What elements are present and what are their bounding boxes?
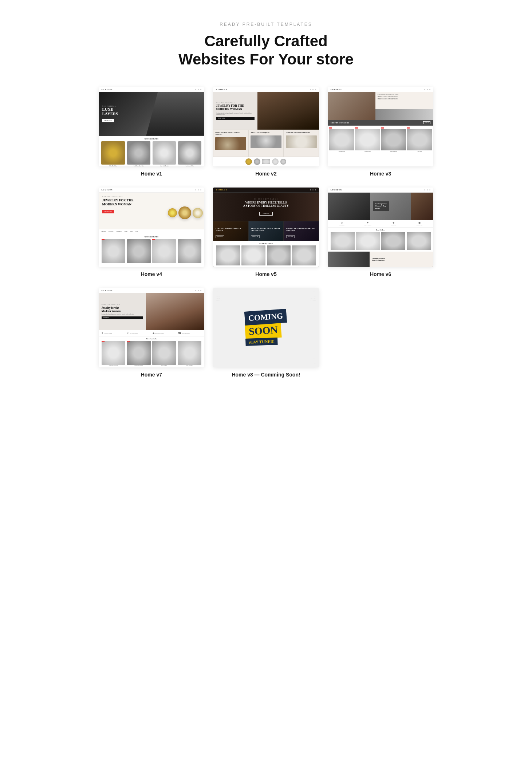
- v2-sub-image: [215, 137, 246, 150]
- product-image: [267, 245, 291, 265]
- product-image: [329, 129, 354, 150]
- nav-item-necklaces: Necklaces: [116, 231, 121, 232]
- list-item: SALE: [102, 239, 126, 264]
- feature-item: ◈ Jewelry Expert: [382, 221, 405, 226]
- v3-category-title: SHOP BY CATEGORY: [331, 122, 349, 124]
- list-item: [127, 239, 151, 264]
- product-name: Gold Chain Band Ring: [134, 165, 144, 166]
- v2-sub-image: [286, 135, 317, 148]
- template-preview-v2: LUMILUX WARDROP OPULENCE JEWELRY FOR THE…: [213, 87, 319, 166]
- template-label-v4: Home v4: [141, 271, 162, 277]
- template-card-v4[interactable]: LUMILUX WARDROP OPULENCE JEWELRY FOR THE…: [99, 188, 205, 277]
- template-card-v3[interactable]: LUMILUX CAPTIVATING JEWELRY TAILORED EMB…: [328, 87, 434, 177]
- v1-nav: LUMILUX: [99, 87, 205, 92]
- v3-category-btn: View All: [423, 121, 431, 124]
- product-image: [152, 341, 176, 365]
- collection-text: COLLECTION THAT SPEAKS TO THE SOUL SHOP …: [286, 228, 319, 238]
- list-item: Silver Band Ring: [101, 141, 125, 166]
- list-item: [356, 232, 380, 251]
- v4-hero-text: WARDROP OPULENCE JEWELRY FOR THEMODERN W…: [102, 196, 201, 214]
- product-image: [178, 341, 202, 365]
- v3-logo: LUMILUX: [331, 88, 342, 90]
- product-image: [331, 232, 355, 251]
- dots-decoration-tl: ·· · ·· · ··· ·· ·· · ··· · · ·· ··· ·· …: [216, 291, 221, 302]
- v7-features-row: ✈ Worldwide Shipping ↩ Easy 30 Days Retu…: [99, 330, 205, 336]
- v5-hero-content: BE INCOMPARABLE WHERE EVERY PIECE TELLSA…: [243, 198, 289, 216]
- feature-text: Worldwide Shipping: [105, 333, 112, 334]
- template-card-v5[interactable]: LUMILUX BE INCOMPARABLE WHERE EVERY PIEC…: [213, 188, 319, 277]
- v4-logo: LUMILUX: [102, 189, 113, 191]
- v4-hero: WARDROP OPULENCE JEWELRY FOR THEMODERN W…: [99, 193, 205, 229]
- collection-title: COLLECTION OF ROMANTIC JEWELS: [216, 228, 248, 232]
- feature-item: ☎ Easy Chat & Support: [178, 332, 201, 335]
- guarantee-icon: ◈: [153, 332, 154, 335]
- v5-hero-btn: SHOP NOW: [259, 212, 272, 216]
- list-item: [178, 239, 202, 264]
- feature-item: ✦ Credits & Financing: [356, 221, 379, 226]
- v1-products-row: Silver Band Ring Gold Chain Band Ring Sp…: [102, 141, 202, 166]
- list-item: Spark Craft Earring: [153, 141, 176, 166]
- template-label-v8: Home v8 — Comming Soon!: [232, 372, 300, 378]
- product-image: [216, 245, 240, 265]
- template-label-v7: Home v7: [141, 372, 162, 378]
- coming-text: COMING: [244, 309, 287, 326]
- sale-badge: SALE: [102, 239, 105, 240]
- shipping-icon: ✈: [102, 332, 104, 335]
- nav-item-rings: Rings: [125, 231, 127, 232]
- template-card-v8[interactable]: ·· · ·· · ··· ·· ·· · ··· · · ·· ··· ·· …: [213, 288, 319, 378]
- protection-icon: ◉: [418, 221, 421, 224]
- v6-bestsellers-title: Best Sellers: [331, 229, 431, 231]
- feature-item: ◇ Vault Rewards: [330, 221, 354, 226]
- v6-promo-image: [328, 252, 370, 267]
- feature-text: Easy 30 Days Returns: [130, 333, 138, 334]
- v2-product-thumb: [245, 158, 252, 165]
- product-image: [127, 341, 151, 365]
- v5-collection-grid: COLLECTION OF ROMANTIC JEWELS SHOP NOW S…: [213, 221, 319, 241]
- product-image: [292, 245, 316, 265]
- v3-products-grid: Sterling Silver Gold Full Ball Lux Medal…: [328, 126, 434, 166]
- v1-nav-dot3: [200, 89, 201, 90]
- template-card-v1[interactable]: LUMILUX NEW ARRIVAL LUXELAYERS SHOP NOW: [99, 87, 205, 177]
- v2-sub-sections: UNVEILING THE ALLURE OF FINE JEWELRY JEW…: [213, 130, 319, 157]
- v4-hero-title: JEWELRY FOR THEMODERN WOMAN: [102, 198, 201, 206]
- v5-hero: BE INCOMPARABLE WHERE EVERY PIECE TELLSA…: [213, 193, 319, 221]
- v2-nav: LUMILUX: [213, 87, 319, 92]
- list-item: Gold Chain Band Ring: [127, 141, 150, 166]
- feature-text: Jewelry Expert: [391, 225, 396, 226]
- feature-item: ◈ Money-Back Guarantee: [153, 332, 176, 335]
- list-item: [267, 245, 291, 265]
- header-title: Carefully CraftedWebsites For Your store: [99, 32, 434, 69]
- template-label-v6: Home v6: [370, 271, 391, 277]
- returns-icon: ↩: [127, 332, 129, 335]
- v2-product-thumb: [280, 159, 286, 165]
- v8-coming-soon: ·· · ·· · ··· ·· ·· · ··· · · ·· ··· ·· …: [213, 288, 319, 367]
- template-card-v7[interactable]: LUMILUX WARDROP OPULENCE Jewelry for the…: [99, 288, 205, 378]
- template-card-v2[interactable]: LUMILUX WARDROP OPULENCE JEWELRY FOR THE…: [213, 87, 319, 177]
- v7-products-row: SALE Open-Ring Craft Earring SALE: [102, 341, 202, 366]
- v1-hero-title: LUXELAYERS: [102, 107, 118, 116]
- product-name: Lux Medallion: [390, 151, 397, 152]
- v2-hero: WARDROP OPULENCE JEWELRY FOR THE MODERN …: [213, 92, 319, 130]
- nav-item-bracelets: Bracelets: [109, 231, 113, 232]
- v4-products-row-1: SALE SALE: [102, 239, 202, 264]
- product-image: [407, 232, 431, 251]
- product-name: Mod-Coat Ring: [161, 365, 167, 366]
- dots-decoration-br: ·· · ·· · ··· ·· ·· · ··· · · ·· ··: [311, 358, 316, 364]
- list-item: [292, 245, 316, 265]
- sale-badge: [355, 127, 358, 129]
- product-image: [152, 239, 176, 263]
- v7-new-arrivals-title: New Arrivals: [102, 338, 202, 340]
- v2-sub-title: JEWELS FIT FOR A QUEEN: [251, 132, 281, 134]
- v1-products-section: NEW ARRIVALS Silver Band Ring Gold Chain…: [99, 136, 205, 166]
- feature-item: ✈ Worldwide Shipping: [102, 332, 125, 335]
- v7-products-section: New Arrivals SALE Open-Ring Craft Earrin…: [99, 336, 205, 367]
- list-item: Sterling Silver: [329, 127, 354, 165]
- v7-nav: LUMILUX: [99, 288, 205, 293]
- template-card-v6[interactable]: LUMILUX ContemporaryWomen's BagSeries ◇: [328, 188, 434, 277]
- stay-tuned-text: STAY TUNED!: [245, 338, 277, 346]
- v7-hero-desc: Creating a dazzling and appealing make f…: [102, 314, 143, 315]
- template-preview-v5: LUMILUX BE INCOMPARABLE WHERE EVERY PIEC…: [213, 188, 319, 267]
- v1-nav-dot: [195, 89, 196, 90]
- v1-products-title: NEW ARRIVALS: [102, 138, 202, 140]
- product-name: Sterling Silver: [339, 151, 345, 152]
